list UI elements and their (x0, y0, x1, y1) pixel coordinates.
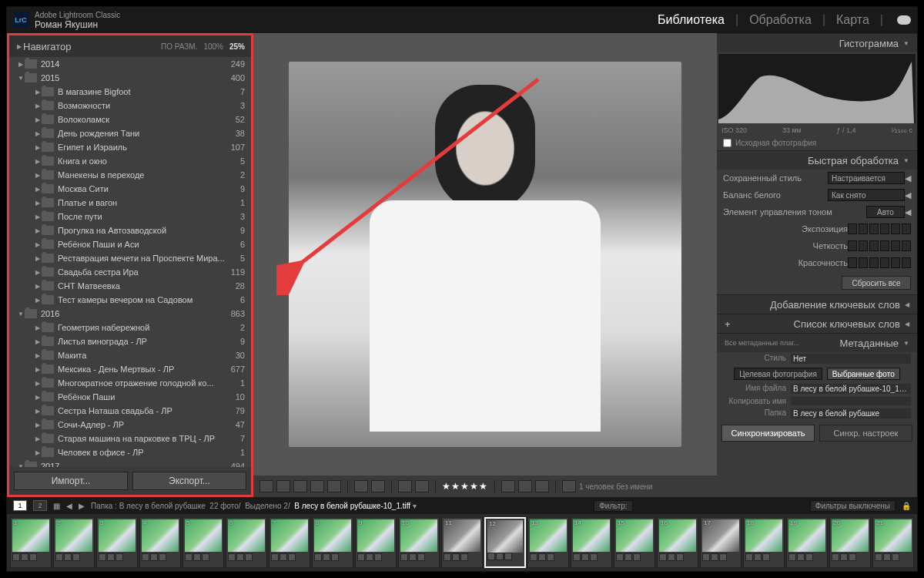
quick-develop-header[interactable]: Быстрая обработка▼ (717, 151, 917, 170)
meta-folder-value[interactable]: В лесу в белой рубашке (791, 408, 911, 418)
badge-icon[interactable] (797, 553, 805, 561)
badge-icon[interactable] (323, 553, 330, 561)
badge-icon[interactable] (271, 553, 279, 561)
grid-view-icon[interactable] (259, 480, 273, 492)
badge-icon[interactable] (832, 553, 839, 561)
filter-dropdown[interactable]: Фильтры выключены (810, 500, 896, 512)
badge-icon[interactable] (702, 553, 710, 561)
prev-icon[interactable]: ◀ (66, 502, 72, 510)
meta-filename-value[interactable]: В лесу в белой рубашке-10_1.tiff (791, 384, 911, 394)
filmstrip-thumb[interactable]: 5 (182, 517, 224, 568)
badge-icon[interactable] (12, 553, 20, 561)
expand-icon[interactable]: ▶ (34, 324, 42, 331)
expand-icon[interactable]: ▶ (34, 283, 42, 290)
folder-row[interactable]: ▶Сочи-Адлер - ЛР47 (9, 418, 251, 432)
expand-icon[interactable]: ▶ (17, 61, 25, 68)
next-icon[interactable]: ▶ (79, 502, 85, 510)
meta-copyname-value[interactable] (791, 397, 911, 405)
filmstrip-thumb[interactable]: 19 (786, 517, 828, 568)
badge-icon[interactable] (116, 553, 123, 561)
badge-icon[interactable] (805, 553, 813, 561)
badge-icon[interactable] (366, 553, 373, 561)
filmstrip-thumb[interactable]: 18 (743, 517, 785, 568)
expand-icon[interactable]: ▶ (34, 255, 42, 262)
sync-settings-button[interactable]: Синхр. настроек (819, 425, 912, 442)
expand-icon[interactable]: ▶ (34, 352, 42, 359)
expand-icon[interactable]: ▼ (17, 311, 25, 318)
survey-view-icon[interactable] (310, 480, 324, 492)
badge-icon[interactable] (496, 553, 504, 560)
filmstrip-thumb[interactable]: 12 (484, 517, 526, 568)
preview-photo[interactable] (289, 62, 681, 447)
flag-reject-icon[interactable] (415, 480, 429, 492)
selected-photos-button[interactable]: Выбранные фото (827, 368, 900, 380)
folder-row[interactable]: ▶Мексика - День Мертвых - ЛР677 (9, 362, 251, 376)
filmstrip-thumb[interactable]: 16 (657, 517, 698, 568)
badge-icon[interactable] (659, 553, 667, 561)
zoom-100[interactable]: 100% (203, 42, 223, 51)
expand-icon[interactable]: ▼ (17, 75, 25, 82)
folder-row[interactable]: ▼2016863 (9, 307, 251, 321)
badge-icon[interactable] (280, 553, 287, 561)
filmstrip-thumb[interactable]: 1 (10, 517, 52, 568)
badge-icon[interactable] (840, 553, 848, 561)
badge-icon[interactable] (107, 553, 115, 561)
badge-icon[interactable] (530, 553, 537, 561)
badge-icon[interactable] (29, 553, 37, 561)
folder-row[interactable]: ▶Реставрация мечети на Проспекте Мира...… (9, 251, 251, 265)
image-canvas[interactable] (253, 33, 717, 476)
folder-row[interactable]: ▶В магазине Bigfoot7 (9, 85, 251, 99)
rating-stars[interactable]: ★★★★★ (442, 481, 488, 492)
badge-icon[interactable] (288, 553, 296, 561)
histogram-header[interactable]: Гистограмма▼ (717, 34, 917, 52)
folder-row[interactable]: ▶Тест камеры вечером на Садовом6 (9, 293, 251, 307)
wb-dropdown[interactable]: Как снято (828, 189, 905, 201)
section-toggle-icon[interactable]: ◀ (905, 190, 911, 200)
badge-icon[interactable] (409, 553, 417, 561)
folder-row[interactable]: ▶Платье и вагон1 (9, 196, 251, 210)
badge-icon[interactable] (193, 553, 201, 561)
expand-icon[interactable]: ▶ (34, 394, 42, 401)
badge-icon[interactable] (624, 553, 632, 561)
badge-icon[interactable] (228, 553, 236, 561)
badge-icon[interactable] (883, 553, 891, 561)
painter-icon[interactable] (371, 480, 385, 492)
folder-row[interactable]: ▶Манекены в переходе2 (9, 168, 251, 182)
folder-row[interactable]: ▶Макита30 (9, 348, 251, 362)
badge-icon[interactable] (72, 553, 80, 561)
zoom-options[interactable]: ПО РАЗМ. 100% 25% (161, 42, 245, 51)
breadcrumb[interactable]: Папка : В лесу в белой рубашке 22 фото/ … (91, 502, 417, 510)
nav-map[interactable]: Карта (836, 13, 869, 27)
badge-icon[interactable] (538, 553, 546, 561)
filter-lock-icon[interactable]: 🔒 (902, 502, 911, 510)
histogram[interactable] (718, 54, 916, 123)
expand-icon[interactable]: ▶ (34, 116, 42, 123)
expand-icon[interactable]: ▶ (34, 449, 42, 456)
face-icon[interactable] (562, 480, 576, 492)
folder-row[interactable]: ▶2014249 (9, 57, 251, 71)
expand-icon[interactable]: ▶ (34, 380, 42, 387)
expand-icon[interactable]: ▶ (34, 435, 42, 442)
badge-icon[interactable] (331, 553, 339, 561)
badge-icon[interactable] (849, 553, 856, 561)
badge-icon[interactable] (64, 553, 72, 561)
reset-all-button[interactable]: Сбросить все (842, 276, 911, 290)
expand-icon[interactable]: ▶ (34, 186, 42, 193)
badge-icon[interactable] (21, 553, 28, 561)
badge-icon[interactable] (573, 553, 581, 561)
section-toggle-icon[interactable]: ◀ (905, 173, 911, 183)
badge-icon[interactable] (547, 553, 554, 561)
badge-icon[interactable] (590, 553, 598, 561)
filmstrip-thumb[interactable]: 6 (226, 517, 267, 568)
badge-icon[interactable] (711, 553, 718, 561)
meta-style-value[interactable]: Нет (791, 354, 911, 364)
original-photo-checkbox[interactable]: Исходная фотография (717, 136, 917, 150)
badge-icon[interactable] (55, 553, 63, 561)
grid-layout-icon[interactable]: ▦ (53, 502, 60, 510)
zoom-fit[interactable]: ПО РАЗМ. (161, 42, 197, 51)
expand-icon[interactable]: ▶ (34, 89, 42, 96)
sort-icon[interactable] (354, 480, 368, 492)
folder-row[interactable]: ▶Египет и Израиль107 (9, 140, 251, 154)
badge-icon[interactable] (417, 553, 425, 561)
badge-icon[interactable] (676, 553, 684, 561)
